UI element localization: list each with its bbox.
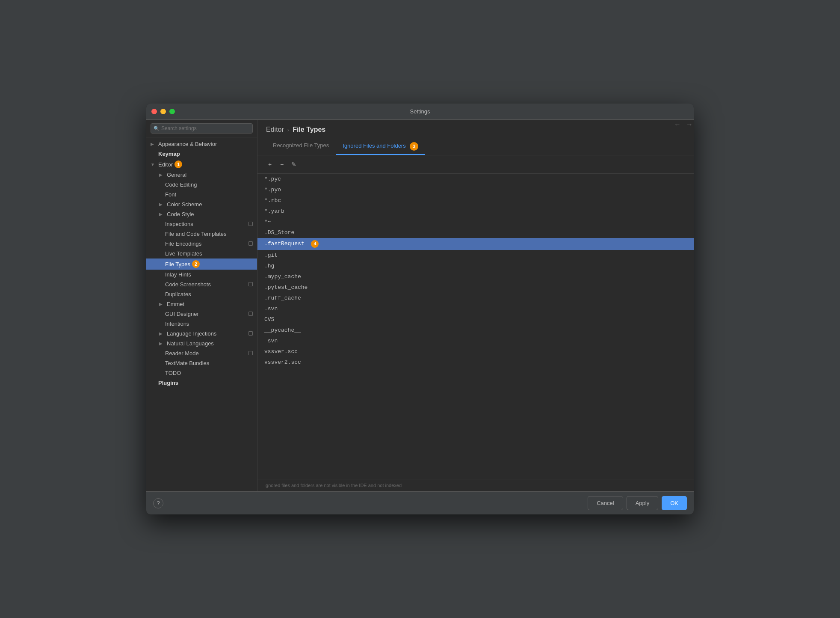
file-item-label: .fastRequest — [264, 241, 305, 247]
square-badge — [248, 282, 253, 287]
chevron-right-icon: ▶ — [159, 331, 165, 336]
file-item-label: *.yarb — [264, 208, 284, 214]
sidebar-item-label: Intentions — [165, 321, 189, 327]
breadcrumb: Editor › File Types — [266, 126, 685, 134]
list-item[interactable]: *.pyo — [257, 184, 694, 195]
sidebar-item-live-templates[interactable]: Live Templates — [146, 249, 257, 258]
sidebar-item-duplicates[interactable]: Duplicates — [146, 289, 257, 299]
list-item[interactable]: *~ — [257, 217, 694, 227]
sidebar-item-label: Inspections — [165, 221, 193, 227]
sidebar-item-label: GUI Designer — [165, 311, 199, 317]
file-item-label: .hg — [264, 263, 274, 269]
file-toolbar: + − ✎ — [257, 155, 694, 174]
file-item-label: .DS_Store — [264, 229, 294, 236]
list-item[interactable]: CVS — [257, 314, 694, 325]
list-item[interactable]: _svn — [257, 336, 694, 346]
sidebar-item-inlay-hints[interactable]: Inlay Hints — [146, 270, 257, 279]
sidebar-item-label: File Types — [165, 261, 190, 267]
sidebar-item-label: TODO — [165, 370, 181, 376]
remove-button[interactable]: − — [276, 159, 287, 170]
list-item[interactable]: *.rbc — [257, 195, 694, 206]
help-button[interactable]: ? — [153, 498, 163, 508]
ok-button[interactable]: OK — [662, 496, 687, 510]
sidebar-item-label: Code Style — [167, 211, 194, 217]
sidebar-item-emmet[interactable]: ▶ Emmet — [146, 299, 257, 309]
tabs: Recognized File Types Ignored Files and … — [266, 139, 685, 155]
titlebar: Settings — [146, 104, 694, 120]
sidebar-item-label: Keymap — [158, 151, 180, 157]
search-input[interactable] — [151, 123, 253, 134]
minimize-button[interactable] — [160, 109, 166, 114]
add-button[interactable]: + — [264, 159, 275, 170]
header-nav-arrows: ← → — [673, 120, 694, 129]
edit-button[interactable]: ✎ — [288, 159, 299, 170]
sidebar-item-code-editing[interactable]: Code Editing — [146, 180, 257, 190]
sidebar-item-label: Duplicates — [165, 291, 191, 297]
list-item[interactable]: .pytest_cache — [257, 282, 694, 293]
sidebar-item-natural-languages[interactable]: ▶ Natural Languages — [146, 339, 257, 348]
sidebar-item-gui-designer[interactable]: GUI Designer — [146, 309, 257, 319]
chevron-right-icon: ▶ — [151, 142, 157, 146]
apply-button[interactable]: Apply — [627, 496, 659, 510]
sidebar-item-textmate-bundles[interactable]: TextMate Bundles — [146, 358, 257, 368]
search-icon: 🔍 — [154, 126, 160, 131]
sidebar-item-appearance[interactable]: ▶ Appearance & Behavior — [146, 139, 257, 149]
sidebar-item-label: File Encodings — [165, 241, 201, 247]
square-badge — [248, 312, 253, 317]
maximize-button[interactable] — [169, 109, 175, 114]
breadcrumb-parent: Editor — [266, 126, 284, 134]
sidebar-item-editor[interactable]: ▼ Editor 1 — [146, 159, 257, 170]
sidebar-item-inspections[interactable]: Inspections — [146, 219, 257, 229]
sidebar-item-file-types[interactable]: File Types 2 — [146, 258, 257, 270]
sidebar-item-code-screenshots[interactable]: Code Screenshots — [146, 279, 257, 289]
sidebar-item-todo[interactable]: TODO — [146, 368, 257, 378]
sidebar-item-keymap[interactable]: Keymap — [146, 149, 257, 159]
sidebar-item-label: TextMate Bundles — [165, 360, 209, 366]
list-item[interactable]: .hg — [257, 261, 694, 271]
file-list: *.pyc *.pyo *.rbc *.yarb *~ .DS_Store .f… — [257, 174, 694, 479]
ignored-tab-badge: 3 — [410, 142, 418, 151]
file-item-label: .pytest_cache — [264, 284, 308, 291]
square-badge — [248, 351, 253, 356]
sidebar-item-intentions[interactable]: Intentions — [146, 319, 257, 329]
search-bar: 🔍 — [146, 120, 257, 137]
sidebar-item-label: Emmet — [167, 301, 184, 307]
file-item-label: vssver2.scc — [264, 359, 301, 365]
sidebar-item-language-injections[interactable]: ▶ Language Injections — [146, 329, 257, 339]
file-item-label: .ruff_cache — [264, 295, 301, 301]
list-item-selected[interactable]: .fastRequest 4 — [257, 238, 694, 250]
nav-forward-button[interactable]: → — [685, 120, 694, 129]
sidebar-item-reader-mode[interactable]: Reader Mode — [146, 348, 257, 358]
list-item[interactable]: .svn — [257, 303, 694, 314]
sidebar-item-font[interactable]: Font — [146, 190, 257, 199]
sidebar-item-plugins[interactable]: Plugins — [146, 378, 257, 388]
sidebar-item-color-scheme[interactable]: ▶ Color Scheme — [146, 199, 257, 209]
list-item[interactable]: *.yarb — [257, 206, 694, 217]
list-item[interactable]: __pycache__ — [257, 325, 694, 336]
sidebar-nav: ▶ Appearance & Behavior Keymap ▼ Editor … — [146, 137, 257, 491]
close-button[interactable] — [151, 109, 157, 114]
chevron-right-icon: ▶ — [159, 302, 165, 306]
list-item[interactable]: .DS_Store — [257, 227, 694, 238]
sidebar-item-code-style[interactable]: ▶ Code Style — [146, 209, 257, 219]
nav-back-button[interactable]: ← — [673, 120, 682, 129]
chevron-right-icon: ▶ — [159, 212, 165, 217]
list-item[interactable]: .mypy_cache — [257, 271, 694, 282]
breadcrumb-current: File Types — [293, 126, 325, 134]
file-item-label: *.pyc — [264, 176, 281, 182]
list-item[interactable]: .git — [257, 250, 694, 261]
tab-recognized-file-types[interactable]: Recognized File Types — [266, 139, 336, 155]
sidebar-item-general[interactable]: ▶ General — [146, 170, 257, 180]
tab-ignored-files-folders[interactable]: Ignored Files and Folders 3 — [336, 139, 425, 155]
sidebar-item-file-encodings[interactable]: File Encodings — [146, 239, 257, 249]
sidebar-item-label: Font — [165, 191, 176, 198]
file-item-label: __pycache__ — [264, 327, 301, 333]
list-item[interactable]: .ruff_cache — [257, 293, 694, 303]
list-item[interactable]: vssver.scc — [257, 346, 694, 357]
list-item[interactable]: *.pyc — [257, 174, 694, 184]
chevron-down-icon: ▼ — [151, 162, 157, 167]
tab-label: Ignored Files and Folders — [343, 143, 405, 149]
cancel-button[interactable]: Cancel — [588, 496, 623, 510]
sidebar-item-file-code-templates[interactable]: File and Code Templates — [146, 229, 257, 239]
list-item[interactable]: vssver2.scc — [257, 357, 694, 368]
